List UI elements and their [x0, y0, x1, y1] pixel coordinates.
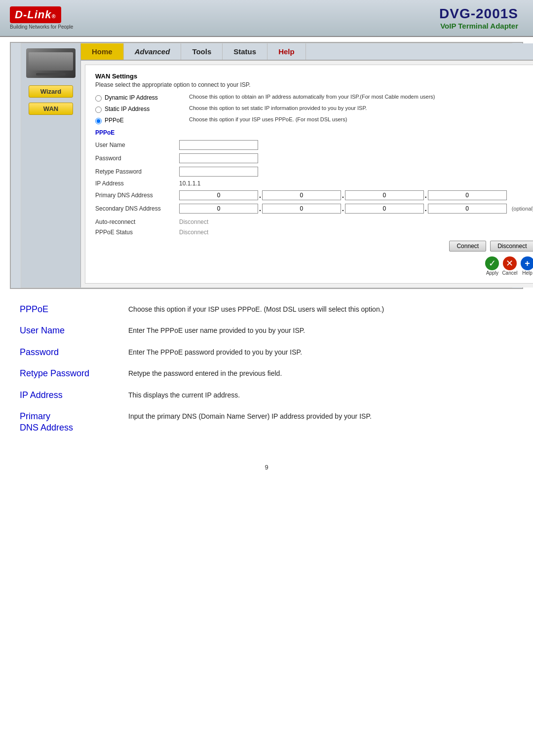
primary-dns-octet4[interactable] [428, 190, 507, 200]
secondary-dns-octet3[interactable] [345, 204, 424, 214]
dot5: . [342, 205, 344, 213]
apply-label: Apply [486, 270, 498, 276]
dynamic-ip-radio[interactable] [95, 95, 102, 102]
desc-term-ip: IP Address [20, 390, 109, 401]
pppoe-radio[interactable] [95, 118, 102, 124]
password-input[interactable] [179, 153, 258, 163]
pppoe-option[interactable]: PPPoE [95, 116, 184, 124]
dynamic-ip-option[interactable]: Dynamic IP Address [95, 93, 184, 102]
device-title: DVG-2001S VoIP Terminal Adapter [439, 6, 518, 30]
username-label: User Name [95, 142, 179, 148]
secondary-dns-fields: . . . (optional) [179, 204, 533, 214]
desc-def-password: Enter The PPPoE password provided to you… [128, 347, 513, 358]
dot6: . [425, 205, 427, 213]
device-image [26, 48, 76, 78]
navbar: Home Advanced Tools Status Help [81, 43, 533, 61]
apply-icon[interactable]: ✓ [485, 256, 499, 270]
wan-button[interactable]: WAN [29, 103, 73, 115]
desc-def-primary-dns: Input the primary DNS (Domain Name Serve… [128, 411, 513, 422]
desc-row-password: Password Enter The PPPoE password provid… [20, 347, 513, 358]
section-title: WAN Settings [95, 72, 533, 80]
dot1: . [259, 191, 261, 199]
connect-button[interactable]: Connect [449, 241, 486, 252]
ip-address-label: IP Address [95, 180, 179, 187]
nav-advanced[interactable]: Advanced [124, 43, 182, 60]
pppoe-status-row: PPPoE Status Disconnect [95, 229, 533, 236]
desc-def-retype-password: Retype the password entered in the previ… [128, 368, 513, 379]
main-panel: Wizard WAN Home Advanced Tools Status He… [10, 42, 523, 289]
primary-dns-row: Primary DNS Address . . . [95, 190, 533, 200]
desc-term-pppoe: PPPoE [20, 304, 109, 315]
description-area: PPPoE Choose this option if your ISP use… [0, 294, 533, 454]
desc-row-ip: IP Address This displays the current IP … [20, 390, 513, 401]
primary-dns-octet2[interactable] [262, 190, 341, 200]
page-header: D-Link® Building Networks for People DVG… [0, 0, 533, 37]
ip-address-value: 10.1.1.1 [179, 180, 200, 187]
device-subtitle: VoIP Terminal Adapter [439, 22, 518, 30]
apply-icon-wrap[interactable]: ✓ Apply [485, 256, 499, 276]
primary-dns-octet3[interactable] [345, 190, 424, 200]
static-ip-option[interactable]: Static IP Address [95, 105, 184, 113]
password-label: Password [95, 155, 179, 162]
ip-address-row: IP Address 10.1.1.1 [95, 180, 533, 187]
disconnect-button[interactable]: Disconnect [490, 241, 533, 252]
auto-reconnect-label: Auto-reconnect [95, 218, 179, 225]
action-icons-row: ✓ Apply ✕ Cancel + Help [95, 256, 533, 276]
main-layout: Wizard WAN Home Advanced Tools Status He… [21, 43, 512, 288]
pppoe-status-value: Disconnect [179, 229, 208, 236]
wizard-button[interactable]: Wizard [29, 85, 73, 98]
pppoe-label: PPPoE [105, 117, 124, 124]
nav-tools[interactable]: Tools [181, 43, 223, 60]
primary-dns-label: Primary DNS Address [95, 192, 179, 199]
secondary-dns-row: Secondary DNS Address . . . (optional) [95, 204, 533, 214]
nav-home[interactable]: Home [81, 43, 124, 60]
logo-box: D-Link® [10, 6, 61, 23]
dot2: . [342, 191, 344, 199]
sidebar: Wizard WAN [21, 43, 81, 288]
help-label: Help [522, 270, 533, 276]
retype-password-label: Retype Password [95, 168, 179, 175]
pppoe-section-label: PPPoE [95, 129, 533, 136]
page-content: WAN Settings Please select the appropria… [85, 65, 533, 284]
auto-reconnect-value: Disconnect [179, 218, 208, 225]
dynamic-ip-label: Dynamic IP Address [105, 94, 158, 101]
secondary-dns-octet1[interactable] [179, 204, 258, 214]
dlink-logo: D-Link® Building Networks for People [10, 6, 73, 30]
help-icon[interactable]: + [521, 256, 533, 270]
cancel-label: Cancel [502, 270, 517, 276]
desc-row-pppoe: PPPoE Choose this option if your ISP use… [20, 304, 513, 315]
nav-status[interactable]: Status [223, 43, 267, 60]
help-icon-wrap[interactable]: + Help [521, 256, 533, 276]
secondary-dns-optional: (optional) [512, 206, 533, 212]
desc-row-primary-dns: Primary DNS Address Input the primary DN… [20, 411, 513, 434]
retype-password-row: Retype Password [95, 167, 533, 177]
device-model: DVG-2001S [439, 6, 518, 22]
auto-reconnect-row: Auto-reconnect Disconnect [95, 218, 533, 225]
desc-def-pppoe: Choose this option if your ISP uses PPPo… [128, 304, 513, 315]
dot4: . [259, 205, 261, 213]
connect-buttons-row: Connect Disconnect [95, 241, 533, 252]
retype-password-input[interactable] [179, 167, 258, 177]
username-input[interactable] [179, 140, 258, 150]
connection-options: Dynamic IP Address Choose this option to… [95, 93, 533, 124]
pppoe-desc: Choose this option if your ISP uses PPPo… [189, 116, 533, 124]
static-ip-radio[interactable] [95, 107, 102, 113]
page-number: 9 [0, 464, 533, 471]
primary-dns-octet1[interactable] [179, 190, 258, 200]
dynamic-ip-desc: Choose this option to obtain an IP addre… [189, 93, 533, 102]
static-ip-label: Static IP Address [105, 106, 150, 112]
desc-row-retype-password: Retype Password Retype the password ente… [20, 368, 513, 379]
desc-def-ip: This displays the current IP address. [128, 390, 513, 400]
desc-term-retype-password: Retype Password [20, 368, 109, 379]
cancel-icon[interactable]: ✕ [503, 256, 517, 270]
pppoe-status-label: PPPoE Status [95, 229, 179, 236]
cancel-icon-wrap[interactable]: ✕ Cancel [502, 256, 517, 276]
secondary-dns-octet2[interactable] [262, 204, 341, 214]
primary-dns-fields: . . . [179, 190, 507, 200]
desc-term-username: User Name [20, 325, 109, 336]
username-row: User Name [95, 140, 533, 150]
section-desc: Please select the appropriate option to … [95, 81, 533, 88]
nav-help[interactable]: Help [267, 43, 306, 60]
secondary-dns-label: Secondary DNS Address [95, 205, 179, 212]
secondary-dns-octet4[interactable] [428, 204, 507, 214]
